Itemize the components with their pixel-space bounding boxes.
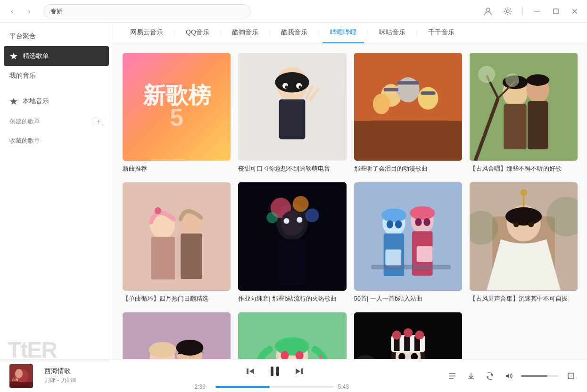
- back-button[interactable]: ‹: [6, 5, 19, 18]
- music-card-7[interactable]: 50首| 一人一首b站入站曲: [354, 182, 462, 302]
- tab-bilibili[interactable]: 哔哩哔哩: [322, 23, 364, 43]
- fullscreen-icon: [567, 372, 575, 380]
- player-song-info: 西海情歌 刀郎 - 刀郎Ⅲ: [44, 367, 101, 384]
- fullscreen-button[interactable]: [564, 369, 578, 383]
- settings-icon: [503, 7, 513, 16]
- user-icon-button[interactable]: [481, 4, 495, 18]
- svg-rect-32: [528, 101, 548, 150]
- minimize-button[interactable]: [530, 5, 544, 18]
- music-card-4[interactable]: 【古风合唱】那些不得不听的好歌: [470, 53, 578, 173]
- svg-point-11: [275, 72, 309, 92]
- svg-rect-27: [354, 121, 462, 161]
- titlebar-right: [481, 4, 581, 18]
- playlist-button[interactable]: [446, 369, 459, 383]
- tab-qianqian[interactable]: 千千音乐: [421, 23, 462, 43]
- card-thumb-8: [470, 182, 578, 290]
- sidebar-item-collected[interactable]: 收藏的歌单: [0, 132, 113, 150]
- prev-button[interactable]: [243, 364, 258, 379]
- music-card-11[interactable]: GARN DE LLA 【日语】那些令人中毒: [354, 312, 462, 359]
- card-thumb-1: 新歌榜 5: [123, 53, 231, 161]
- tab-wangyi[interactable]: 网易云音乐: [123, 23, 171, 43]
- card-art-1: 新歌榜 5: [123, 53, 231, 161]
- svg-point-89: [275, 337, 309, 356]
- card-svg-11: GARN DE LLA: [354, 312, 462, 359]
- svg-point-84: [149, 342, 176, 358]
- svg-point-14: [285, 85, 288, 88]
- player-artist: 刀郎 - 刀郎Ⅲ: [44, 376, 101, 384]
- card-svg-7: [354, 182, 462, 290]
- search-input[interactable]: [43, 4, 251, 18]
- restore-button[interactable]: [549, 5, 562, 18]
- close-icon: [572, 8, 578, 14]
- svg-point-53: [284, 218, 289, 224]
- svg-point-106: [403, 328, 412, 337]
- total-time: 5:43: [338, 384, 355, 390]
- svg-rect-25: [421, 91, 435, 95]
- add-playlist-button[interactable]: +: [94, 117, 103, 126]
- download-button[interactable]: [464, 369, 478, 383]
- svg-rect-40: [123, 182, 231, 290]
- star-icon: [9, 52, 18, 60]
- music-card-9[interactable]: 嗯，听他们为你唱首情: [123, 312, 231, 359]
- content-area: 网易云音乐 ｜ QQ音乐 ｜ 酷狗音乐 ｜ 酷我音乐 ｜ 哔哩哔哩 ｜ 咪咕音乐…: [113, 23, 587, 359]
- svg-point-66: [423, 218, 430, 226]
- svg-point-15: [299, 85, 302, 88]
- sidebar-item-localmusic[interactable]: 本地音乐: [0, 91, 113, 111]
- sidebar-item-featured[interactable]: 精选歌单: [4, 46, 109, 66]
- music-grid-area: 新歌榜 5 新曲推荐: [113, 43, 587, 359]
- settings-icon-button[interactable]: [501, 4, 515, 18]
- card-thumb-2: [238, 53, 346, 161]
- svg-point-52: [281, 211, 304, 236]
- svg-rect-124: [301, 368, 303, 374]
- music-card-10[interactable]: 轻松向丨一张戳你戳饿: [238, 312, 346, 359]
- svg-point-49: [293, 196, 309, 212]
- card-title-7: 50首| 一人一首b站入站曲: [354, 294, 462, 303]
- music-card-8[interactable]: 【古风男声合集】沉迷其中不可自拔: [470, 182, 578, 302]
- card-svg-3: [354, 53, 462, 161]
- svg-point-75: [528, 222, 534, 228]
- card-svg-5: [123, 182, 231, 290]
- music-card-2[interactable]: 丧甜可口◁你意想不到的软萌电音: [238, 53, 346, 173]
- prev-icon: [246, 367, 255, 376]
- sep-6: ｜: [413, 29, 421, 37]
- svg-rect-3: [554, 9, 558, 14]
- sidebar-label-localmusic: 本地音乐: [23, 97, 49, 106]
- card-title-2: 丧甜可口◁你意想不到的软萌电音: [238, 164, 346, 173]
- svg-marker-119: [249, 368, 254, 374]
- repeat-button[interactable]: [483, 369, 496, 383]
- forward-button[interactable]: ›: [23, 5, 36, 18]
- svg-rect-31: [504, 104, 526, 150]
- local-music-icon: [9, 97, 18, 106]
- music-card-1[interactable]: 新歌榜 5 新曲推荐: [123, 53, 231, 173]
- main-layout: 平台聚合 精选歌单 我的音乐 本地音乐 创建的歌单 + 收藏的歌单: [0, 23, 587, 359]
- svg-rect-68: [385, 250, 401, 266]
- close-button[interactable]: [568, 5, 581, 18]
- tab-kugou[interactable]: 酷狗音乐: [224, 23, 266, 43]
- volume-button[interactable]: [502, 369, 515, 383]
- platform-tabs: 网易云音乐 ｜ QQ音乐 ｜ 酷狗音乐 ｜ 酷我音乐 ｜ 哔哩哔哩 ｜ 咪咕音乐…: [113, 23, 587, 43]
- play-pause-button[interactable]: [265, 362, 284, 381]
- music-card-6[interactable]: 作业向纯音| 那些b站流行的火热歌曲: [238, 182, 346, 302]
- svg-point-65: [415, 218, 422, 226]
- current-time: 2:39: [195, 384, 212, 390]
- progress-bar[interactable]: [215, 386, 334, 388]
- svg-point-64: [395, 220, 401, 229]
- sidebar-item-mymusic[interactable]: 我的音乐: [0, 66, 113, 86]
- sidebar-item-platform[interactable]: 平台聚合: [0, 26, 113, 46]
- svg-rect-67: [371, 265, 451, 270]
- player-album-art: 西海: [9, 364, 33, 388]
- tab-qq[interactable]: QQ音乐: [178, 23, 217, 43]
- card-thumb-10: [238, 312, 346, 359]
- svg-point-116: [15, 369, 23, 378]
- svg-point-34: [526, 74, 549, 86]
- svg-rect-103: [404, 336, 410, 351]
- tab-kuwo[interactable]: 酷我音乐: [273, 23, 315, 43]
- sep-5: ｜: [364, 29, 372, 37]
- svg-rect-44: [181, 234, 202, 279]
- music-card-5[interactable]: 【单曲循环】四月热门日翻精选: [123, 182, 231, 302]
- volume-bar[interactable]: [521, 375, 559, 377]
- next-button[interactable]: [292, 364, 307, 379]
- svg-point-1: [506, 10, 509, 13]
- music-card-3[interactable]: 那些听了会泪目的动漫歌曲: [354, 53, 462, 173]
- tab-migu[interactable]: 咪咕音乐: [372, 23, 413, 43]
